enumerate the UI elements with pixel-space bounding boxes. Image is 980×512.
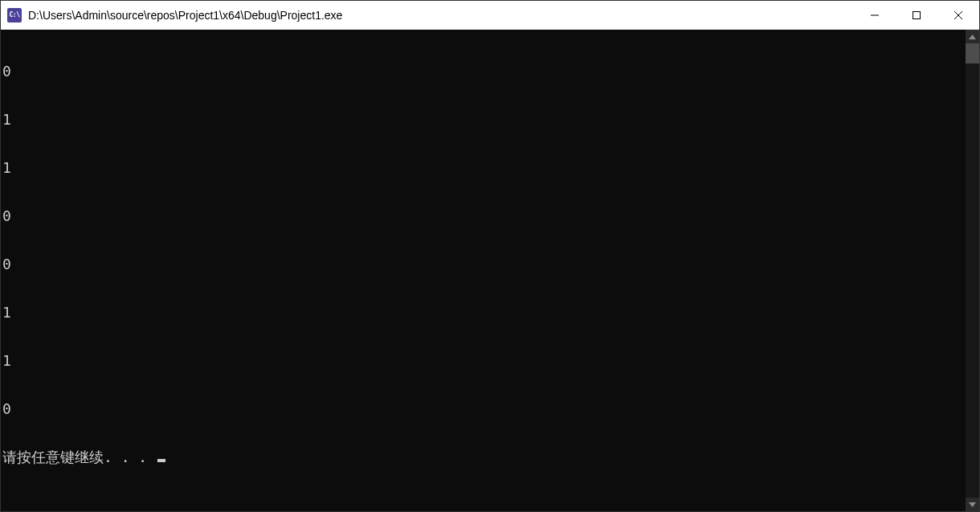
- output-line: 0: [2, 256, 964, 272]
- close-button[interactable]: [937, 1, 979, 29]
- scroll-down-button[interactable]: [966, 498, 979, 511]
- close-icon: [953, 10, 963, 20]
- scroll-up-button[interactable]: [966, 30, 979, 43]
- minimize-button[interactable]: [854, 1, 896, 29]
- app-icon: C:\: [7, 8, 22, 23]
- scroll-track[interactable]: [966, 43, 979, 498]
- prompt-text: 请按任意键继续. . .: [2, 449, 156, 465]
- output-line: 0: [2, 208, 964, 224]
- prompt-line-wrap: 请按任意键继续. . .: [2, 449, 964, 465]
- window-controls: [854, 1, 979, 29]
- scroll-thumb[interactable]: [966, 43, 979, 63]
- chevron-up-icon: [969, 35, 976, 39]
- minimize-icon: [870, 10, 880, 20]
- output-line: 1: [2, 112, 964, 128]
- output-line: 0: [2, 401, 964, 417]
- console-window: C:\ D:\Users\Admin\source\repos\Project1…: [0, 0, 980, 512]
- chevron-down-icon: [969, 502, 976, 507]
- svg-rect-1: [913, 11, 921, 18]
- output-line: 0: [2, 63, 964, 80]
- window-title: D:\Users\Admin\source\repos\Project1\x64…: [28, 9, 854, 22]
- output-line: 1: [2, 160, 964, 176]
- output-line: 1: [2, 353, 964, 369]
- console-output[interactable]: 0 1 1 0 0 1 1 0 请按任意键继续. . .: [1, 30, 966, 511]
- app-icon-label: C:\: [10, 11, 20, 18]
- content-area: 0 1 1 0 0 1 1 0 请按任意键继续. . .: [1, 30, 979, 511]
- vertical-scrollbar[interactable]: [966, 30, 979, 511]
- output-line: 1: [2, 305, 964, 321]
- maximize-button[interactable]: [896, 1, 937, 29]
- maximize-icon: [912, 10, 921, 20]
- titlebar[interactable]: C:\ D:\Users\Admin\source\repos\Project1…: [1, 1, 979, 30]
- cursor: [157, 459, 165, 462]
